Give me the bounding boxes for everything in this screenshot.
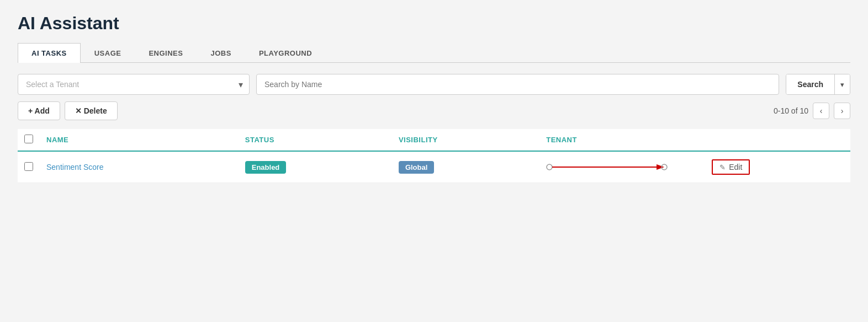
add-button[interactable]: + Add [18, 101, 60, 120]
header-visibility: VISIBILITY [392, 129, 539, 151]
pagination-next-button[interactable]: › [834, 103, 850, 119]
pagination-prev-button[interactable]: ‹ [813, 103, 829, 119]
chevron-left-icon: ‹ [820, 106, 823, 115]
tab-ai-tasks[interactable]: AI TASKS [18, 43, 81, 63]
edit-label: Edit [729, 163, 742, 171]
search-dropdown-button[interactable]: ▾ [834, 74, 850, 94]
delete-button[interactable]: ✕ Delete [65, 101, 118, 120]
edit-icon: ✎ [719, 163, 726, 171]
row-actions-col: ✎ Edit [705, 151, 850, 183]
tenant-select[interactable]: Select a Tenant [18, 74, 250, 95]
row-status-col: Enabled [239, 151, 392, 183]
table-header-row: NAME STATUS VISIBILITY TENANT [18, 129, 850, 151]
search-button-group: Search ▾ [786, 74, 850, 95]
tasks-table: NAME STATUS VISIBILITY TENANT Sentiment … [18, 129, 850, 183]
svg-point-0 [547, 164, 552, 170]
toolbar: Select a Tenant ▾ Search ▾ [18, 74, 850, 95]
header-name: NAME [40, 129, 239, 151]
arrow-svg [546, 160, 668, 174]
header-status: STATUS [239, 129, 392, 151]
tab-playground[interactable]: PLAYGROUND [245, 43, 326, 63]
tenant-select-wrapper: Select a Tenant ▾ [18, 74, 250, 95]
chevron-right-icon: › [841, 106, 844, 115]
tab-usage[interactable]: USAGE [81, 43, 135, 63]
page-title: AI Assistant [18, 13, 850, 34]
visibility-badge: Global [399, 161, 434, 174]
row-tenant-col [539, 151, 705, 183]
pagination-text: 0-10 of 10 [774, 106, 808, 115]
task-name-link[interactable]: Sentiment Score [46, 163, 104, 171]
header-select-col [18, 129, 40, 151]
search-button[interactable]: Search [786, 74, 834, 94]
tab-jobs[interactable]: JOBS [197, 43, 245, 63]
search-input[interactable] [256, 74, 779, 95]
tab-bar: AI TASKS USAGE ENGINES JOBS PLAYGROUND [18, 42, 850, 63]
pagination: 0-10 of 10 ‹ › [774, 103, 850, 119]
edit-button[interactable]: ✎ Edit [712, 159, 750, 175]
svg-marker-2 [657, 164, 664, 170]
tab-engines[interactable]: ENGINES [135, 43, 197, 63]
arrow-line [546, 160, 698, 174]
row-visibility-col: Global [392, 151, 539, 183]
select-all-checkbox[interactable] [24, 135, 33, 143]
action-row: + Add ✕ Delete 0-10 of 10 ‹ › [18, 101, 850, 120]
row-name-col: Sentiment Score [40, 151, 239, 183]
header-actions [705, 129, 850, 151]
table-row: Sentiment Score Enabled Global [18, 151, 850, 183]
search-dropdown-icon: ▾ [840, 80, 844, 89]
header-tenant: TENANT [539, 129, 705, 151]
row-select-col [18, 151, 40, 183]
row-checkbox[interactable] [24, 162, 33, 171]
status-badge: Enabled [245, 161, 287, 174]
